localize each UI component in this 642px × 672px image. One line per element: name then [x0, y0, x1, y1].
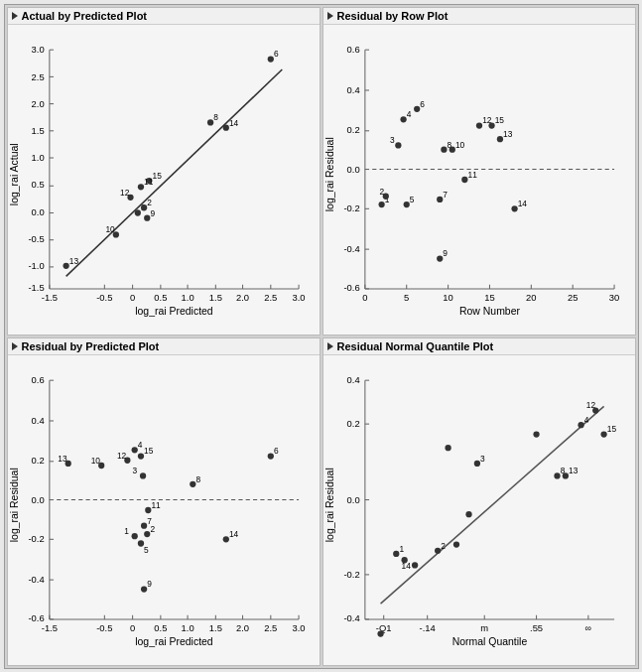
svg-text:1.5: 1.5	[208, 622, 221, 633]
dashboard: Actual by Predicted Plot -1.5 -0.5	[4, 4, 639, 669]
svg-text:-0.4: -0.4	[343, 243, 359, 254]
svg-text:log_rai Residual: log_rai Residual	[9, 468, 20, 542]
svg-text:5: 5	[409, 195, 414, 204]
collapse-icon-3[interactable]	[12, 342, 18, 350]
svg-text:Normal Quantile: Normal Quantile	[451, 636, 527, 647]
svg-text:2: 2	[147, 198, 152, 207]
svg-text:0.5: 0.5	[154, 292, 167, 303]
svg-text:-0.5: -0.5	[96, 292, 112, 303]
svg-text:3.0: 3.0	[31, 44, 44, 55]
svg-text:0.0: 0.0	[346, 493, 359, 504]
svg-text:0.2: 0.2	[346, 418, 359, 429]
svg-text:-1.0: -1.0	[28, 260, 44, 271]
panel-residual-by-predicted: Residual by Predicted Plot -1.5 -0.5 0 0…	[7, 337, 321, 666]
svg-point-170	[139, 472, 145, 478]
chart-residual-by-row: 0 5 10 15 20 25 30 0.6 0.4 0.2 0.0	[323, 25, 635, 335]
svg-text:log_rai Predicted: log_rai Predicted	[135, 636, 213, 647]
svg-text:3.0: 3.0	[292, 622, 305, 633]
svg-text:-0.5: -0.5	[28, 232, 44, 243]
svg-text:4: 4	[583, 415, 588, 425]
svg-text:log_rai Predicted: log_rai Predicted	[135, 306, 213, 317]
svg-text:0.5: 0.5	[31, 179, 44, 190]
svg-text:2.5: 2.5	[264, 292, 277, 303]
panel-actual-by-predicted: Actual by Predicted Plot -1.5 -0.5	[7, 7, 321, 336]
svg-text:5: 5	[144, 544, 149, 554]
svg-text:11: 11	[151, 499, 161, 509]
chart-residual-by-predicted: -1.5 -0.5 0 0.5 1.0 1.5 2.0 2.5 3.0	[8, 355, 320, 665]
svg-text:3: 3	[132, 466, 137, 475]
svg-text:-0.2: -0.2	[28, 533, 44, 544]
svg-text:log_rai Actual: log_rai Actual	[9, 143, 20, 205]
svg-line-39	[65, 69, 282, 276]
collapse-icon-1[interactable]	[12, 12, 18, 20]
title-label-1: Actual by Predicted Plot	[22, 10, 148, 22]
svg-text:3: 3	[389, 135, 394, 145]
svg-text:-0.6: -0.6	[343, 281, 359, 292]
svg-2: 0 5 10 15 20 25 30 0.6 0.4 0.2 0.0	[323, 25, 635, 335]
svg-text:14: 14	[228, 117, 238, 127]
svg-4: -Q1 -.14 m .55 ∞ 0.4 0.2 0.0 -0.2 -0.4	[323, 355, 635, 665]
svg-text:0.4: 0.4	[346, 84, 359, 95]
svg-text:0.0: 0.0	[31, 205, 44, 216]
svg-text:1: 1	[399, 543, 404, 553]
svg-point-178	[131, 533, 137, 539]
svg-text:15: 15	[606, 424, 616, 434]
svg-text:1.0: 1.0	[181, 292, 193, 303]
svg-text:2.5: 2.5	[264, 622, 277, 633]
svg-text:0: 0	[129, 622, 134, 633]
svg-text:11: 11	[144, 177, 154, 187]
svg-text:20: 20	[526, 292, 536, 303]
svg-text:15: 15	[494, 115, 504, 125]
svg-text:10: 10	[105, 224, 115, 234]
svg-text:-.14: -.14	[419, 622, 435, 633]
svg-text:-0.2: -0.2	[343, 202, 359, 213]
svg-line-196	[380, 406, 603, 604]
svg-point-230	[377, 630, 383, 636]
svg-1: -1.5 -0.5 0 0.5 1.0 1.5 2.0 2.5 3.0 3.0 …	[8, 25, 320, 335]
svg-text:12: 12	[585, 400, 595, 410]
svg-text:Row Number: Row Number	[458, 306, 520, 317]
svg-text:3: 3	[480, 453, 485, 463]
svg-text:6: 6	[420, 98, 425, 108]
svg-text:5: 5	[404, 292, 409, 303]
svg-text:1.0: 1.0	[181, 622, 193, 633]
svg-point-231	[445, 445, 450, 451]
svg-point-225	[411, 562, 417, 568]
svg-text:13: 13	[503, 129, 513, 139]
svg-text:14: 14	[401, 560, 411, 570]
svg-text:2.0: 2.0	[236, 292, 249, 303]
svg-text:2: 2	[150, 523, 155, 533]
panel-title-2: Residual by Row Plot	[323, 8, 635, 25]
svg-text:13: 13	[569, 466, 578, 475]
svg-text:-1.5: -1.5	[41, 622, 57, 633]
svg-text:10: 10	[454, 139, 464, 149]
svg-text:log_rai Residual: log_rai Residual	[324, 468, 335, 542]
svg-text:0: 0	[129, 292, 134, 303]
svg-text:8: 8	[213, 112, 218, 122]
svg-text:-0.4: -0.4	[343, 611, 359, 622]
svg-point-232	[465, 511, 471, 517]
collapse-icon-4[interactable]	[327, 342, 333, 350]
title-label-3: Residual by Predicted Plot	[22, 340, 160, 352]
svg-text:9: 9	[443, 248, 448, 258]
svg-point-99	[395, 142, 401, 148]
svg-text:12: 12	[120, 187, 130, 197]
svg-text:0.0: 0.0	[31, 493, 44, 504]
svg-text:7: 7	[443, 189, 448, 199]
svg-text:1: 1	[124, 526, 129, 536]
svg-text:30: 30	[608, 292, 618, 303]
svg-text:-0.5: -0.5	[96, 622, 112, 633]
svg-text:3.0: 3.0	[292, 292, 305, 303]
svg-text:10: 10	[90, 455, 100, 465]
collapse-icon-2[interactable]	[327, 12, 333, 20]
svg-text:-0.6: -0.6	[28, 611, 44, 622]
svg-text:6: 6	[273, 49, 278, 59]
svg-text:2: 2	[379, 186, 384, 196]
svg-text:1.0: 1.0	[31, 152, 44, 163]
svg-text:14: 14	[228, 529, 238, 539]
panel-residual-by-row: Residual by Row Plot 0 5 10 15 20 2	[322, 7, 636, 336]
svg-text:m: m	[480, 622, 488, 633]
svg-text:0.6: 0.6	[31, 374, 44, 385]
svg-text:0.6: 0.6	[346, 44, 359, 55]
svg-point-227	[452, 541, 458, 547]
